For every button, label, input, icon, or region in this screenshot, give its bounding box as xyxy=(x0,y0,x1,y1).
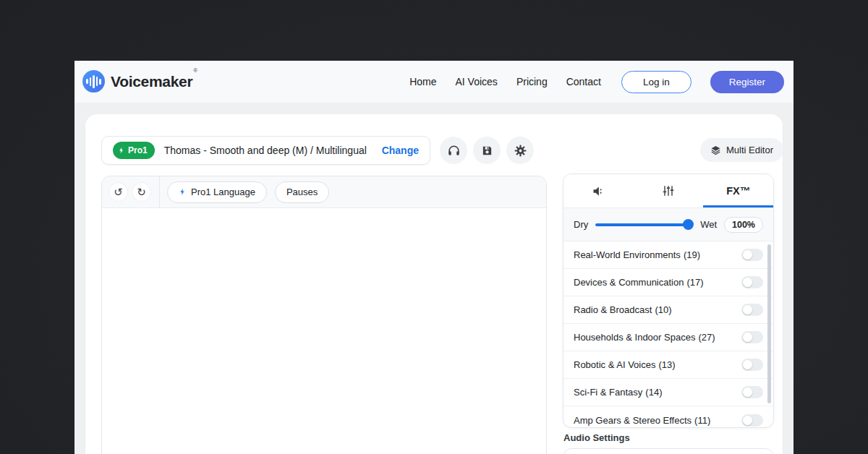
text-editor-area[interactable] xyxy=(102,208,546,454)
mix-value-badge: 100% xyxy=(724,217,763,233)
nav-item-contact[interactable]: Contact xyxy=(566,76,601,87)
selected-voice-name: Thomas - Smooth and deep (M) / Multiling… xyxy=(164,145,367,156)
text-editor-card: ↺ ↻ Pro1 Language Pauses xyxy=(101,176,547,454)
effects-tabs: FX™ xyxy=(563,174,773,208)
fx-category-count: 10 xyxy=(655,304,671,315)
fx-category-label: Devices & Communication17 xyxy=(574,277,704,288)
pauses-button[interactable]: Pauses xyxy=(275,181,329,203)
undo-button[interactable]: ↺ xyxy=(109,182,128,202)
tab-volume[interactable] xyxy=(563,174,634,207)
pro1-plan-badge: Pro1 xyxy=(113,142,155,159)
multi-editor-button[interactable]: Multi Editor xyxy=(700,138,783,162)
voicemaker-waveform-icon xyxy=(82,70,105,93)
fx-category-toggle[interactable] xyxy=(741,249,763,261)
registered-mark: ® xyxy=(193,67,197,74)
fx-category-row[interactable]: Households & Indoor Spaces27 xyxy=(563,324,773,351)
fx-category-count: 27 xyxy=(698,332,715,343)
login-button[interactable]: Log in xyxy=(621,71,692,93)
redo-icon: ↻ xyxy=(137,186,146,199)
fx-category-label: Sci-Fi & Fantasy14 xyxy=(574,387,663,398)
settings-button[interactable] xyxy=(506,137,534,164)
voicemaker-app-window: Voicemaker® Home AI Voices Pricing Conta… xyxy=(75,61,793,454)
fx-category-label: Real-World Environments19 xyxy=(574,249,700,260)
tab-fx[interactable]: FX™ xyxy=(703,174,773,207)
fx-category-label: Radio & Broadcast10 xyxy=(574,304,672,315)
toggle-knob xyxy=(743,278,752,287)
nav-item-home[interactable]: Home xyxy=(409,76,436,87)
fx-category-toggle[interactable] xyxy=(741,304,763,316)
toggle-knob xyxy=(743,305,752,314)
toggle-knob xyxy=(743,387,752,397)
nav-item-ai-voices[interactable]: AI Voices xyxy=(456,76,498,87)
fx-category-toggle[interactable] xyxy=(741,414,763,427)
fx-category-row[interactable]: Robotic & AI Voices13 xyxy=(563,351,773,379)
save-icon xyxy=(481,145,493,157)
change-voice-link[interactable]: Change xyxy=(382,145,419,156)
fx-category-count: 19 xyxy=(684,249,700,260)
dry-label: Dry xyxy=(574,219,588,230)
toggle-knob xyxy=(743,250,752,260)
scrollbar-thumb[interactable] xyxy=(767,244,771,403)
fx-category-toggle[interactable] xyxy=(741,386,763,398)
fx-category-row[interactable]: Sci-Fi & Fantasy14 xyxy=(563,379,773,406)
undo-icon: ↺ xyxy=(114,186,123,199)
redo-button[interactable]: ↻ xyxy=(132,182,151,202)
pro1-language-button[interactable]: Pro1 Language xyxy=(167,181,267,203)
gear-icon xyxy=(514,144,527,158)
toggle-knob xyxy=(743,333,752,342)
voice-selector-bar[interactable]: Pro1 Thomas - Smooth and deep (M) / Mult… xyxy=(101,136,430,165)
nav-item-pricing[interactable]: Pricing xyxy=(516,76,548,87)
fx-category-toggle[interactable] xyxy=(741,331,763,343)
fx-category-count: 17 xyxy=(686,277,703,288)
fx-category-count: 11 xyxy=(694,415,710,426)
fx-category-label: Robotic & AI Voices13 xyxy=(574,359,676,370)
effects-panel: FX™ Dry Wet 100% Real-World Environments… xyxy=(563,174,774,428)
listen-button[interactable] xyxy=(440,137,467,164)
headphones-icon xyxy=(447,144,461,158)
equalizer-icon xyxy=(661,184,676,198)
fx-category-label: Amp Gears & Stereo Effects11 xyxy=(574,415,710,426)
toolbar-divider xyxy=(159,176,160,208)
fx-tab-label: FX™ xyxy=(726,185,750,197)
volume-icon xyxy=(591,184,606,199)
fx-category-row[interactable]: Amp Gears & Stereo Effects11 xyxy=(563,406,773,428)
fx-category-row[interactable]: Real-World Environments19 xyxy=(563,241,773,269)
fx-category-count: 14 xyxy=(645,387,662,398)
save-button[interactable] xyxy=(473,137,501,164)
lightning-bolt-icon xyxy=(179,187,187,197)
header-nav: Home AI Voices Pricing Contact Log in Re… xyxy=(409,61,784,103)
layers-icon xyxy=(710,145,721,155)
app-header: Voicemaker® Home AI Voices Pricing Conta… xyxy=(75,61,793,103)
audio-settings-card xyxy=(563,448,774,454)
brand-name: Voicemaker® xyxy=(111,73,197,90)
tab-audio-effects[interactable] xyxy=(634,174,704,207)
register-button[interactable]: Register xyxy=(710,71,784,93)
dry-wet-mix-row: Dry Wet 100% xyxy=(563,208,773,241)
audio-settings-heading: Audio Settings xyxy=(563,432,630,443)
fx-category-count: 13 xyxy=(658,359,675,370)
fx-category-label: Households & Indoor Spaces27 xyxy=(574,332,715,343)
wet-label: Wet xyxy=(700,219,717,230)
dry-wet-slider[interactable] xyxy=(595,223,693,226)
slider-thumb[interactable] xyxy=(683,219,694,230)
fx-category-toggle[interactable] xyxy=(741,276,763,288)
fx-category-toggle[interactable] xyxy=(741,359,763,371)
lightning-bolt-icon xyxy=(118,146,125,155)
fx-category-row[interactable]: Radio & Broadcast10 xyxy=(563,296,773,324)
effect-category-list: Real-World Environments19 Devices & Comm… xyxy=(563,241,773,428)
desktop-background: Voicemaker® Home AI Voices Pricing Conta… xyxy=(0,0,868,454)
toggle-knob xyxy=(743,416,752,425)
toggle-knob xyxy=(743,360,752,369)
brand-logo-group[interactable]: Voicemaker® xyxy=(82,70,197,93)
editor-toolbar: ↺ ↻ Pro1 Language Pauses xyxy=(102,176,546,208)
fx-category-row[interactable]: Devices & Communication17 xyxy=(563,269,773,296)
